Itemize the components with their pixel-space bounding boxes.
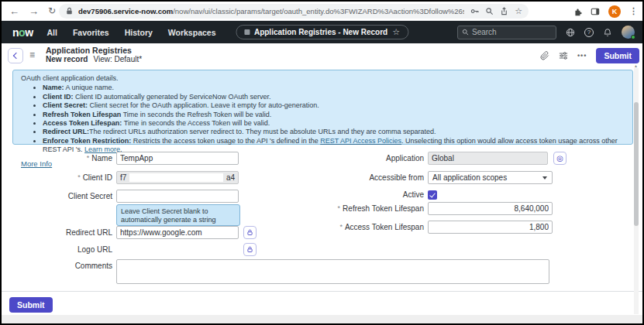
- info-bullet-client-secret: Client Secret: Client secret for the OAu…: [43, 101, 625, 110]
- nav-item-workspaces[interactable]: Workspaces: [168, 28, 216, 37]
- accessible-from-select[interactable]: All application scopes: [428, 171, 553, 184]
- application-preview-button[interactable]: ◎: [553, 152, 567, 165]
- chevron-down-icon: [542, 176, 547, 180]
- info-bullet-refresh-token: Refresh Token Lifespan Time in seconds t…: [43, 111, 625, 119]
- form-title: Application Registries: [46, 46, 142, 55]
- access-token-lifespan-input[interactable]: [428, 221, 553, 234]
- submit-button-bottom[interactable]: Submit: [9, 297, 53, 313]
- lock-icon: [246, 246, 253, 253]
- comments-label: Comments: [2, 259, 112, 272]
- nav-item-history[interactable]: History: [125, 28, 153, 37]
- main-nav: All Favorites History Workspaces: [47, 28, 216, 37]
- access-token-lifespan-label: Access Token Lifespan: [281, 221, 424, 234]
- name-label: Name: [2, 152, 112, 165]
- share-icon[interactable]: [500, 7, 508, 15]
- side-panel-icon[interactable]: [591, 7, 600, 16]
- search-icon: [462, 29, 469, 36]
- info-bullet-client-id: Client ID: Client ID automatically gener…: [43, 93, 625, 101]
- password-key-icon[interactable]: [470, 7, 479, 15]
- info-bullet-redirect-url: Redirect URL:The redirect URLs authoriza…: [43, 128, 625, 136]
- browser-menu-icon[interactable]: ⋮: [629, 6, 638, 16]
- presence-dot: [631, 35, 635, 39]
- search-input[interactable]: [472, 28, 552, 36]
- active-checkbox[interactable]: [428, 190, 437, 200]
- url-text: dev75906.service-now.com/now/nav/ui/clas…: [78, 7, 464, 15]
- chevron-left-icon: [13, 53, 19, 59]
- now-logo[interactable]: now: [12, 26, 33, 39]
- attachment-paperclip-icon[interactable]: [540, 51, 549, 60]
- rest-api-policies-link[interactable]: REST API Access Policies: [320, 137, 401, 145]
- form-header: ≡ Application Registries New recordView:…: [2, 43, 642, 67]
- browser-controls: K ⋮: [573, 2, 638, 21]
- screen: ← → ↻ dev75906.service-now.com/now/nav/u…: [2, 2, 642, 323]
- user-avatar[interactable]: [622, 26, 635, 39]
- https-lock-icon: [65, 7, 74, 15]
- accessible-from-label: Accessible from: [281, 171, 424, 184]
- browser-toolbar: ← → ↻ dev75906.service-now.com/now/nav/u…: [2, 2, 642, 21]
- lock-icon: [246, 229, 253, 236]
- refresh-token-lifespan-input[interactable]: [428, 202, 553, 215]
- application-label: Application: [281, 152, 424, 165]
- browser-back-icon[interactable]: ←: [9, 5, 19, 17]
- logo-url-label: Logo URL: [2, 243, 112, 256]
- form-context-menu-icon[interactable]: ≡: [29, 50, 35, 60]
- zoom-icon[interactable]: [485, 7, 494, 15]
- info-bullet-name: Name: A unique name.: [43, 84, 625, 92]
- preview-record-icon: ◎: [556, 154, 563, 162]
- nav-item-favorites[interactable]: Favorites: [73, 28, 109, 37]
- form-footer-divider: [2, 291, 642, 292]
- bookmark-star-icon[interactable]: ☆: [515, 6, 522, 16]
- browser-refresh-icon[interactable]: ↻: [48, 5, 56, 16]
- nav-item-all[interactable]: All: [47, 28, 57, 37]
- redirect-url-input[interactable]: [116, 226, 239, 239]
- personalize-sliders-icon[interactable]: [559, 51, 568, 60]
- global-search[interactable]: [457, 26, 556, 39]
- application-field: [428, 152, 548, 165]
- redirect-url-lock-button[interactable]: [243, 226, 257, 239]
- current-page-pill[interactable]: Application Registries - New Record ☆: [236, 25, 408, 39]
- scrollbar-thumb[interactable]: [634, 102, 639, 226]
- browser-profile-avatar[interactable]: K: [608, 5, 621, 18]
- view-label: View: Default*: [93, 55, 142, 63]
- logo-url-lock-button[interactable]: [243, 243, 257, 256]
- back-button[interactable]: [8, 48, 23, 63]
- more-options-icon[interactable]: •••: [577, 52, 587, 60]
- footer-strip: [2, 315, 642, 323]
- client-id-label: Client ID: [2, 171, 112, 184]
- scrollbar-up-arrow[interactable]: ▲: [634, 63, 638, 68]
- client-secret-hint: Leave Client Secret blank to automatical…: [116, 204, 240, 226]
- extensions-puzzle-icon[interactable]: [573, 7, 582, 16]
- favorite-star-icon[interactable]: ☆: [392, 27, 400, 37]
- active-label: Active: [281, 188, 424, 201]
- info-bullet-list: Name: A unique name. Client ID: Client I…: [21, 84, 625, 154]
- page-pill-title: Application Registries - New Record: [254, 28, 387, 36]
- browser-address-bar[interactable]: dev75906.service-now.com/now/nav/ui/clas…: [59, 4, 529, 19]
- info-bullet-access-token: Access Token Lifespan: Time in seconds t…: [43, 119, 625, 128]
- comments-textarea[interactable]: [116, 259, 549, 284]
- page-type-icon: [244, 29, 250, 35]
- vertical-scrollbar[interactable]: ▲: [634, 68, 639, 314]
- notifications-bell-icon[interactable]: [603, 28, 612, 37]
- form-header-actions: ••• Submit: [540, 43, 639, 67]
- redirect-url-label: Redirect URL: [2, 226, 112, 239]
- oauth-info-box: OAuth client application details. Name: …: [12, 70, 633, 145]
- name-input[interactable]: [116, 152, 239, 165]
- record-label: New record: [46, 55, 88, 63]
- refresh-token-lifespan-label: Refresh Token Lifespan: [281, 202, 424, 215]
- client-id-redaction: [129, 173, 223, 182]
- servicenow-header: now All Favorites History Workspaces App…: [2, 21, 642, 43]
- client-secret-label: Client Secret: [2, 190, 112, 203]
- help-icon[interactable]: ?: [584, 28, 594, 37]
- header-right-cluster: ?: [457, 21, 635, 43]
- info-intro: OAuth client application details.: [21, 74, 625, 83]
- client-id-field[interactable]: f7 a4: [116, 171, 239, 184]
- browser-forward-icon[interactable]: →: [29, 5, 39, 17]
- submit-button-top[interactable]: Submit: [596, 48, 639, 63]
- form-title-block: Application Registries New recordView: D…: [46, 46, 142, 64]
- client-secret-input[interactable]: [116, 190, 239, 203]
- globe-icon[interactable]: [566, 28, 575, 37]
